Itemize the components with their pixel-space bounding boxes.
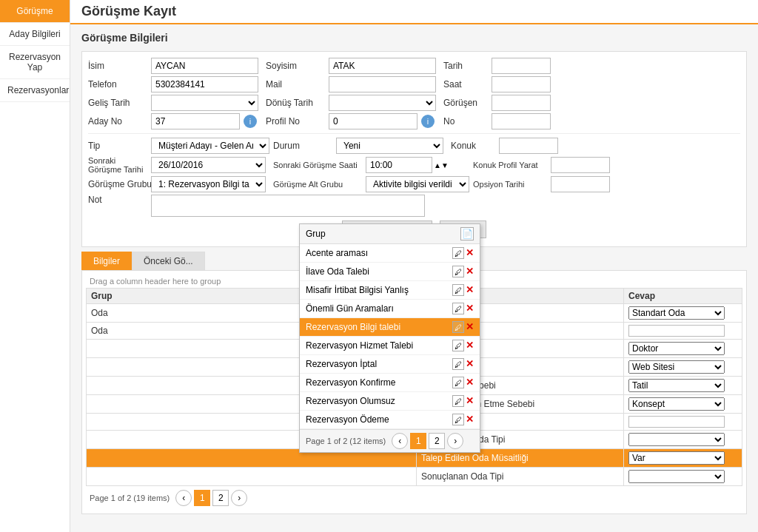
cevap-select[interactable]: Standart Oda xyxy=(628,306,725,320)
cevap-select[interactable] xyxy=(628,470,725,483)
sidebar-item-gorusme[interactable]: Görüşme xyxy=(0,0,70,23)
profil-no-input[interactable] xyxy=(329,113,417,129)
not-textarea[interactable] xyxy=(151,195,425,217)
durum-select[interactable]: Yeni xyxy=(336,138,443,154)
profil-no-label: Profil No xyxy=(266,116,325,127)
sidebar-item-rezervasyon-yap[interactable]: Rezervasyon Yap xyxy=(0,46,70,79)
delete-icon-1[interactable]: ✕ xyxy=(466,266,474,277)
edit-icon-7[interactable]: 🖊 xyxy=(452,377,464,388)
gorusme-alt-grubu-label: Görüşme Alt Grubu xyxy=(273,180,362,189)
prev-page-btn[interactable]: ‹ xyxy=(175,490,192,506)
delete-icon-6[interactable]: ✕ xyxy=(466,358,474,370)
gorusen-input[interactable] xyxy=(492,95,551,111)
dropdown-item-8[interactable]: Rezervasyon Olumsuz 🖊 ✕ xyxy=(300,392,480,411)
page-2-btn[interactable]: 2 xyxy=(212,490,229,506)
saat-label: Saat xyxy=(443,79,488,90)
page-1-btn[interactable]: 1 xyxy=(194,490,210,506)
delete-icon-2[interactable]: ✕ xyxy=(466,284,474,296)
donus-tarih-select[interactable] xyxy=(329,95,436,111)
dropdown-item-1[interactable]: İlave Oda Talebi 🖊 ✕ xyxy=(300,263,480,281)
dropdown-page-2[interactable]: 2 xyxy=(429,433,445,449)
isim-label: İsim xyxy=(88,61,147,71)
edit-icon-0[interactable]: 🖊 xyxy=(452,247,464,259)
delete-icon-3[interactable]: ✕ xyxy=(466,303,474,314)
sidebar-item-aday[interactable]: Aday Bilgileri xyxy=(0,23,70,46)
opsiyon-tarihi-input[interactable] xyxy=(551,176,610,192)
gorusme-grubu-select[interactable]: 1: Rezervasyon Bilgi talebi xyxy=(151,176,266,192)
dropdown-prev-btn[interactable]: ‹ xyxy=(392,433,408,449)
sonraki-saat-input[interactable] xyxy=(366,157,432,173)
new-item-icon[interactable]: 📄 xyxy=(460,227,474,240)
cevap-text[interactable] xyxy=(628,325,725,337)
gorusme-alt-grubu-select[interactable]: Aktivite bilgisi verildi xyxy=(366,176,469,192)
edit-icon-3[interactable]: 🖊 xyxy=(452,303,464,314)
cevap-select[interactable]: Tatil xyxy=(628,379,725,392)
dropdown-page-1[interactable]: 1 xyxy=(410,433,426,449)
sonraki-gorusme-label: Sonraki Görüşme Tarihi xyxy=(88,156,147,174)
delete-icon-0[interactable]: ✕ xyxy=(466,247,474,259)
edit-icon-1[interactable]: 🖊 xyxy=(452,266,464,277)
mail-input[interactable] xyxy=(329,76,436,92)
edit-icon-5[interactable]: 🖊 xyxy=(452,340,464,351)
main-content: Görüşme Bilgileri İsim Soyisim Tarih Tel… xyxy=(70,24,758,532)
donus-tarih-label: Dönüş Tarih xyxy=(266,98,325,108)
tarih-input[interactable] xyxy=(492,58,551,74)
cevap-select[interactable]: Web Sitesi xyxy=(628,360,725,374)
durum-label: Durum xyxy=(273,141,332,151)
dropdown-item-5[interactable]: Rezervasyon Hizmet Talebi 🖊 ✕ xyxy=(300,337,480,355)
konuk-input[interactable] xyxy=(499,138,558,154)
edit-icon-9[interactable]: 🖊 xyxy=(452,414,464,425)
edit-icon-8[interactable]: 🖊 xyxy=(452,395,464,407)
delete-icon-9[interactable]: ✕ xyxy=(466,414,474,425)
cevap-select[interactable]: Var xyxy=(628,451,725,465)
tab-bilgiler[interactable]: Bilgiler xyxy=(81,252,132,270)
dropdown-item-2[interactable]: Misafir İrtibat Bilgisi Yanlış 🖊 ✕ xyxy=(300,281,480,300)
aday-no-info-icon[interactable]: i xyxy=(244,115,257,128)
edit-icon-4[interactable]: 🖊 xyxy=(452,321,464,333)
konuk-profil-input[interactable] xyxy=(551,157,610,173)
gorusme-grubu-label: Görüşme Grubu xyxy=(88,179,147,189)
edit-icon-2[interactable]: 🖊 xyxy=(452,284,464,296)
delete-icon-7[interactable]: ✕ xyxy=(466,377,474,388)
saat-spinner[interactable]: ▲▼ xyxy=(434,161,449,169)
gelis-tarih-label: Geliş Tarih xyxy=(88,98,147,108)
delete-icon-5[interactable]: ✕ xyxy=(466,340,474,351)
isim-input[interactable] xyxy=(151,58,258,74)
page-info: Page 1 of 2 (19 items) xyxy=(90,494,170,502)
app-header: Görüşme Kayıt xyxy=(70,0,758,24)
tip-select[interactable]: Müşteri Adayı - Gelen Aram xyxy=(151,138,269,154)
gelis-tarih-select[interactable] xyxy=(151,95,258,111)
row-bilgi: Sonuçlanan Oda Tipi xyxy=(417,468,624,486)
dropdown-item-9[interactable]: Rezervasyon Ödeme 🖊 ✕ xyxy=(300,411,480,429)
tab-onceki[interactable]: Önceki Gö... xyxy=(132,252,205,270)
delete-icon-4[interactable]: ✕ xyxy=(466,321,474,333)
dropdown-item-7[interactable]: Rezervasyon Konfirme 🖊 ✕ xyxy=(300,374,480,392)
dropdown-item-4[interactable]: Rezervasyon Bilgi talebi 🖊 ✕ xyxy=(300,318,480,337)
next-page-btn[interactable]: › xyxy=(231,490,247,506)
cevap-select[interactable]: Doktor xyxy=(628,342,725,355)
profil-no-info-icon[interactable]: i xyxy=(421,115,435,128)
aday-no-input[interactable] xyxy=(151,113,240,129)
mail-label: Mail xyxy=(266,79,325,90)
dropdown-item-0[interactable]: Acente araması 🖊 ✕ xyxy=(300,244,480,263)
telefon-input[interactable] xyxy=(151,76,258,92)
saat-input[interactable] xyxy=(492,76,551,92)
dropdown-next-btn[interactable]: › xyxy=(447,433,463,449)
konuk-label: Konuk xyxy=(451,141,495,151)
dropdown-item-6[interactable]: Rezervasyon İptal 🖊 ✕ xyxy=(300,355,480,374)
sonraki-gorusme-select[interactable]: 26/10/2016 xyxy=(151,157,266,173)
row-cevap: Tatil xyxy=(624,377,742,395)
sidebar-item-rezervasyonlar[interactable]: Rezervasyonlar xyxy=(0,79,70,102)
soyisim-label: Soyisim xyxy=(266,61,325,71)
soyisim-input[interactable] xyxy=(329,58,436,74)
cevap-text[interactable] xyxy=(628,416,725,428)
dropdown-item-3[interactable]: Önemli Gün Aramaları 🖊 ✕ xyxy=(300,300,480,318)
gorusme-grubu-dropdown: Grup 📄 Acente araması 🖊 ✕ İlave Oda Tale… xyxy=(299,223,480,453)
cevap-select[interactable]: Konsept xyxy=(628,397,725,411)
no-label: No xyxy=(443,116,488,127)
no-input[interactable] xyxy=(492,113,551,129)
delete-icon-8[interactable]: ✕ xyxy=(466,395,474,407)
edit-icon-6[interactable]: 🖊 xyxy=(452,358,464,370)
cevap-select[interactable] xyxy=(628,433,725,446)
gorusen-label: Görüşen xyxy=(443,98,488,108)
